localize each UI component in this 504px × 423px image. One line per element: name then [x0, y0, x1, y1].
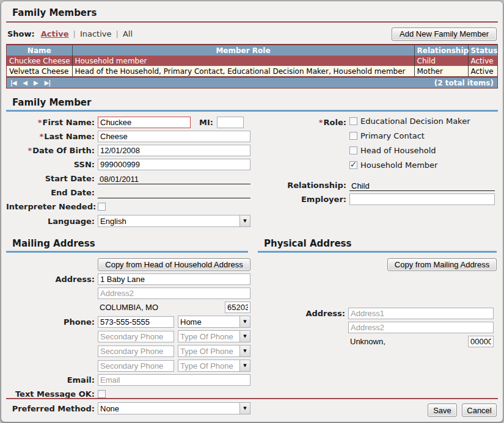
interpreter-needed-label: Interpreter Needed: [6, 201, 98, 212]
dropdown-arrow-icon: ▼ [239, 360, 250, 371]
primary-phone-input[interactable] [98, 316, 174, 328]
mailing-city-state-text: COLUMBIA, MO [98, 303, 225, 312]
previous-page-icon[interactable] [23, 80, 27, 86]
column-header-status[interactable]: Status [468, 45, 497, 56]
dropdown-arrow-icon: ▼ [239, 345, 250, 356]
mailing-address2-input[interactable] [98, 287, 250, 299]
table-pager: (2 total items) [7, 76, 497, 88]
role-option: Household Member [349, 161, 470, 170]
start-date-field[interactable]: 08/01/2011 [98, 173, 250, 184]
end-date-label: End Date: [6, 187, 98, 198]
secondary-phone-input[interactable] [98, 345, 174, 357]
column-header-name[interactable]: Name [7, 45, 72, 56]
secondary-phone-type-select[interactable]: Type Of Phone ▼ [178, 345, 250, 357]
total-items-label: (2 total items) [434, 79, 494, 87]
role-option: Head of Household [349, 146, 470, 155]
family-member-form: *First Name: MI: *Last Name: *Date Of Bi… [6, 117, 498, 230]
ssn-input[interactable] [98, 159, 250, 170]
language-label: Language: [6, 215, 98, 227]
filter-separator: | [73, 29, 76, 38]
copy-from-mailing-address-button[interactable]: Copy from Mailing Address [387, 258, 497, 271]
primary-contact-checkbox[interactable] [349, 132, 357, 140]
start-date-label: Start Date: [6, 173, 98, 184]
employer-label: Employer: [258, 193, 349, 205]
filter-link-active[interactable]: Active [41, 29, 69, 38]
relationship-field[interactable]: Child [349, 180, 495, 191]
mailing-address-label: Address: [6, 273, 98, 285]
mi-input[interactable] [217, 117, 244, 128]
secondary-phone-type-select[interactable]: Type Of Phone ▼ [178, 360, 250, 372]
preferred-method-label: Preferred Method: [6, 403, 98, 414]
table-row[interactable]: Velvetta Cheese Head of the Household, P… [7, 66, 497, 76]
ssn-label: SSN: [6, 159, 98, 170]
family-member-section-heading: Family Member [6, 97, 498, 112]
dropdown-arrow-icon: ▼ [239, 403, 250, 414]
cancel-button[interactable]: Cancel [462, 403, 497, 417]
phone-label: Phone: [6, 316, 98, 328]
date-of-birth-label: *Date Of Birth: [6, 145, 98, 156]
column-header-member-role[interactable]: Member Role [72, 45, 414, 56]
last-page-icon[interactable] [45, 80, 50, 86]
show-label: Show: [7, 29, 35, 38]
cell-status: Active [468, 56, 497, 66]
save-button[interactable]: Save [428, 403, 457, 417]
table-row[interactable]: Chuckee Cheese Household member Child Ac… [7, 56, 497, 66]
show-filter-toolbar: Show: Active | Inactive | All Add New Fa… [7, 27, 497, 41]
table-header-row: Name Member Role Relationship Status [7, 45, 497, 56]
role-label: *Role: [258, 117, 349, 128]
preferred-method-select[interactable]: None ▼ [98, 402, 250, 414]
physical-address-heading: Physical Address [258, 238, 497, 253]
family-members-panel: Family Members Show: Active | Inactive |… [1, 1, 503, 422]
address-sections: Mailing Address Copy from Head of Househ… [6, 238, 498, 417]
role-options: Educational Decision Maker Primary Conta… [349, 117, 470, 170]
mailing-address-section: Mailing Address Copy from Head of Househ… [6, 238, 258, 417]
cell-name: Chuckee Cheese [7, 56, 72, 66]
first-page-icon[interactable] [10, 80, 16, 86]
first-name-label: *First Name: [6, 117, 98, 128]
filter-link-inactive[interactable]: Inactive [80, 29, 112, 38]
physical-address-section: Physical Address Copy from Mailing Addre… [258, 238, 498, 417]
secondary-phone-input[interactable] [98, 331, 174, 342]
first-name-input[interactable] [98, 117, 191, 128]
cell-member-role: Household member [72, 56, 414, 66]
household-member-checkbox[interactable] [349, 161, 357, 169]
last-name-input[interactable] [98, 131, 250, 142]
secondary-phone-input[interactable] [98, 360, 174, 372]
cell-relationship: Mother [414, 66, 468, 76]
physical-address2-input[interactable] [348, 322, 494, 333]
dropdown-arrow-icon: ▼ [239, 215, 250, 226]
add-new-family-member-button[interactable]: Add New Family Member [392, 27, 497, 41]
physical-address-label: Address: [258, 308, 348, 319]
last-name-label: *Last Name: [6, 131, 98, 142]
employer-input[interactable] [349, 193, 495, 205]
email-label: Email: [6, 374, 98, 386]
end-date-field[interactable] [98, 187, 250, 198]
relationship-label: Relationship: [258, 179, 349, 191]
role-option: Primary Contact [349, 131, 470, 140]
cell-relationship: Child [414, 56, 468, 66]
text-message-ok-checkbox[interactable] [98, 390, 106, 398]
educational-decision-maker-checkbox[interactable] [349, 117, 357, 125]
filter-link-all[interactable]: All [123, 29, 133, 38]
copy-from-head-of-household-button[interactable]: Copy from Head of Household Address [98, 258, 250, 271]
column-header-relationship[interactable]: Relationship [414, 45, 468, 56]
filter-separator: | [115, 29, 118, 38]
mi-label: MI: [199, 118, 213, 127]
physical-address1-input[interactable] [348, 308, 494, 319]
mailing-address1-input[interactable] [98, 273, 250, 285]
email-input[interactable] [98, 374, 250, 386]
interpreter-needed-checkbox[interactable] [98, 203, 106, 211]
dropdown-arrow-icon: ▼ [239, 331, 250, 342]
physical-zip-input[interactable] [468, 336, 494, 347]
secondary-phone-type-select[interactable]: Type Of Phone ▼ [178, 330, 250, 342]
date-of-birth-input[interactable] [98, 145, 250, 156]
cell-name: Velvetta Cheese [7, 66, 72, 76]
primary-phone-type-select[interactable]: Home ▼ [178, 316, 250, 328]
head-of-household-checkbox[interactable] [349, 146, 357, 154]
physical-city-state-text: Unknown, [348, 337, 468, 346]
cell-status: Active [468, 66, 497, 76]
language-select[interactable]: English ▼ [98, 215, 250, 227]
mailing-zip-input[interactable] [225, 302, 250, 313]
next-page-icon[interactable] [34, 80, 38, 86]
role-option: Educational Decision Maker [349, 117, 470, 126]
